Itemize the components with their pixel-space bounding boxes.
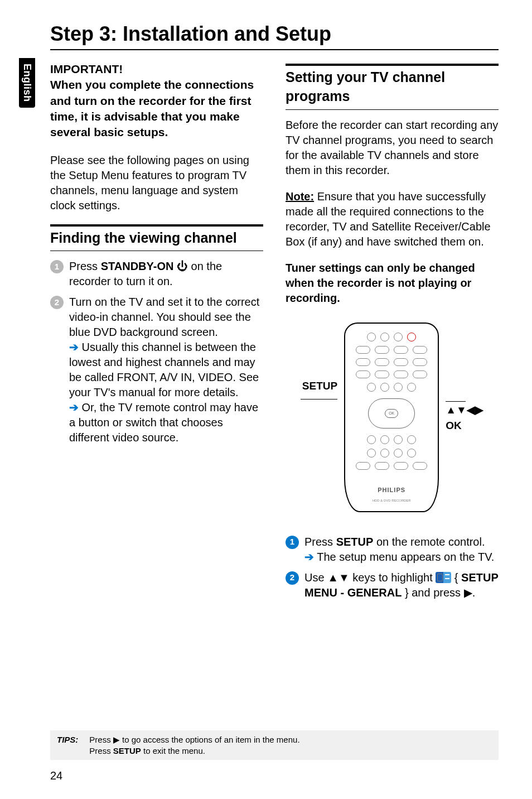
arrow-icon: ➔ [69, 401, 79, 413]
remote-button [407, 435, 416, 444]
remote-button [367, 383, 376, 392]
right-step-2-body: Use ▲▼ keys to highlight { SETUP MENU - … [304, 570, 499, 600]
step-number-2: 2 [286, 571, 299, 585]
tuner-warning: Tuner settings can only be changed when … [286, 261, 499, 306]
remote-button [356, 346, 370, 354]
setting-tv-heading: Setting your TV channel programs [286, 68, 499, 106]
step-2: 2 Turn on the TV and set it to the corre… [50, 295, 263, 445]
tips-line-1: Press ▶ to go access the options of an i… [89, 735, 299, 745]
remote-button [394, 358, 408, 366]
power-icon: ⏻ [173, 260, 191, 272]
remote-button [407, 383, 416, 392]
important-heading: IMPORTANT! [50, 61, 263, 77]
note-paragraph: Note: Ensure that you have successfully … [286, 189, 499, 249]
remote-button [394, 333, 403, 341]
finding-channel-heading: Finding the viewing channel [50, 229, 263, 248]
remote-button [394, 435, 403, 444]
step-2-note-1-text: Usually this channel is between the lowe… [69, 341, 259, 398]
remote-button [394, 383, 403, 392]
remote-button [356, 358, 370, 366]
button-row [356, 358, 427, 366]
step-1: 1 Press STANDBY-ON ⏻ on the recorder to … [50, 259, 263, 289]
remote-button [394, 449, 403, 458]
remote-button [375, 346, 389, 354]
remote-button [375, 370, 389, 378]
right-para-1: Before the recorder can start recording … [286, 118, 499, 178]
setup-callout: SETUP [301, 379, 337, 399]
tips-body: Press ▶ to go access the options of an i… [89, 735, 299, 755]
menu-brace-close: } and press [402, 586, 463, 599]
r-step2-pre: Use [304, 571, 327, 584]
r-step1-post: on the remote control. [373, 536, 485, 548]
tips-bar: TIPS: Press ▶ to go access the options o… [50, 730, 499, 760]
r-step1-result: ➔ The setup menu appears on the TV. [304, 550, 499, 565]
tips-l1-pre: Press [89, 735, 113, 744]
brand-label: PHILIPS [378, 486, 405, 494]
button-row [367, 449, 416, 458]
sub-brand-label: HDD & DVD RECORDER [373, 498, 411, 503]
tips-line-2: Press SETUP to exit the menu. [89, 746, 299, 755]
r-step1-pre: Press [304, 536, 336, 548]
right-arrow: ▶ [464, 586, 472, 599]
setup-label: SETUP [302, 379, 337, 393]
tips-l1-arrow: ▶ [113, 735, 120, 744]
remote-button [380, 333, 389, 341]
tips-l2-post: to exit the menu. [141, 746, 205, 755]
arrow-icon: ➔ [69, 341, 79, 353]
remote-button [367, 333, 376, 341]
remote-button [356, 462, 370, 470]
remote-button [380, 435, 389, 444]
button-row [367, 435, 416, 444]
language-tab: English [19, 58, 35, 108]
title-rule [50, 49, 499, 50]
content-columns: IMPORTANT! When you complete the connect… [50, 61, 499, 605]
remote-button [394, 462, 408, 470]
button-row [367, 383, 416, 392]
step-number-1: 1 [286, 536, 299, 549]
remote-button [380, 383, 389, 392]
menu-icon [436, 572, 451, 583]
setup-cmd: SETUP [336, 536, 374, 548]
step-number-1: 1 [50, 260, 64, 273]
ok-button: OK [385, 409, 398, 418]
remote-button [413, 346, 427, 354]
section-rule-thin [50, 251, 263, 251]
button-row [367, 333, 416, 341]
remote-button [356, 370, 370, 378]
remote-button [375, 462, 389, 470]
note-label: Note: [286, 190, 314, 203]
important-body: When you complete the connections and tu… [50, 77, 263, 140]
directions-callout: ▲▼◀▶ OK [446, 401, 483, 432]
tips-label: TIPS: [57, 735, 78, 755]
arrow-keys-label: ▲▼◀▶ [446, 403, 483, 417]
tips-l2-pre: Press [89, 746, 113, 755]
remote-button [367, 435, 376, 444]
callout-line [446, 401, 466, 402]
intro-paragraph: Please see the following pages on using … [50, 153, 263, 213]
tips-l1-post: to go access the options of an item in t… [120, 735, 300, 744]
standby-on-label: STANDBY-ON [101, 260, 174, 272]
dpad: OK [368, 398, 415, 429]
right-step-2: 2 Use ▲▼ keys to highlight { SETUP MENU … [286, 570, 499, 600]
remote-button [407, 333, 416, 341]
step-2-note-1: ➔ Usually this channel is between the lo… [69, 340, 263, 400]
tips-setup-cmd: SETUP [113, 746, 141, 755]
section-rule-thin [286, 109, 499, 110]
step-2-note-2: ➔ Or, the TV remote control may have a b… [69, 400, 263, 445]
right-step-1: 1 Press SETUP on the remote control. ➔ T… [286, 535, 499, 565]
section-rule [286, 64, 499, 66]
page: English Step 3: Installation and Setup I… [0, 0, 532, 799]
remote-button [413, 358, 427, 366]
step-1-body: Press STANDBY-ON ⏻ on the recorder to tu… [69, 259, 263, 289]
r-step2-mid: keys to highlight [350, 571, 436, 584]
step-2-note-2-text: Or, the TV remote control may have a but… [69, 401, 258, 444]
page-number: 24 [50, 769, 62, 782]
remote-button [394, 370, 408, 378]
right-step-1-body: Press SETUP on the remote control. ➔ The… [304, 535, 499, 565]
remote-button [394, 346, 408, 354]
remote-button [407, 449, 416, 458]
step-number-2: 2 [50, 296, 64, 309]
right-column: Setting your TV channel programs Before … [286, 61, 499, 605]
button-row [356, 346, 427, 354]
updown-keys: ▲▼ [327, 571, 350, 584]
